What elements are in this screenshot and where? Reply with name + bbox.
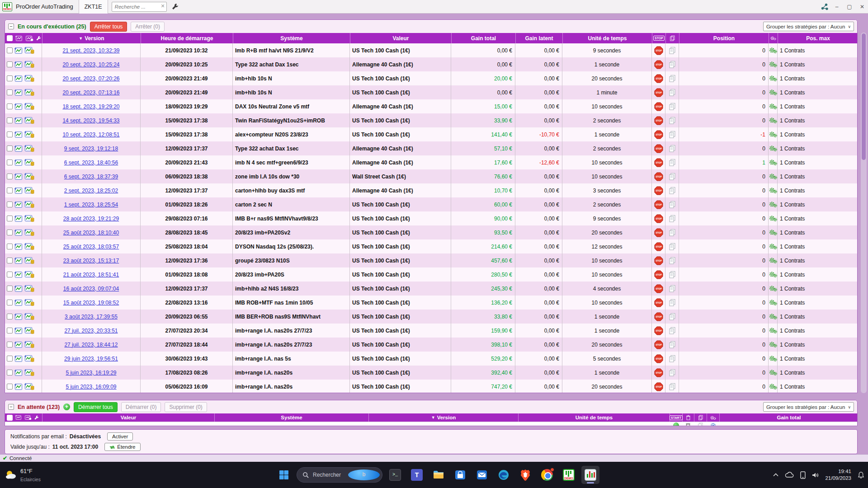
cell-version[interactable]: 20 sept. 2023, 07:13:16 [42,85,141,99]
edit-chart-money-icon[interactable] [24,243,34,250]
open-chart-icon[interactable] [14,271,23,278]
gears-icon[interactable] [769,327,777,334]
row-checkbox[interactable] [7,342,13,347]
row-checkbox[interactable] [7,258,13,263]
copy-pages-icon[interactable] [669,173,676,180]
copy-pages-icon[interactable] [669,243,676,250]
stop-button[interactable]: STOP [654,60,663,69]
stop-button[interactable]: STOP [654,158,663,167]
row-checkbox[interactable] [7,61,13,67]
taskbar-app-brave[interactable] [516,466,534,484]
col-time-unit[interactable]: Unité de temps [518,413,670,422]
edit-chart-money-icon[interactable] [24,355,34,362]
col-start-time[interactable]: Heure de démarrage [141,33,233,43]
weather-widget[interactable]: 61°FEclaircies [5,467,41,483]
stop-button[interactable]: STOP [654,200,663,209]
cell-version[interactable]: 2 sept. 2023, 18:25:02 [42,183,141,197]
cell-version[interactable]: 21 août 2023, 18:51:41 [42,267,141,282]
taskbar-app-proorder-active[interactable] [581,466,599,484]
edit-chart-money-icon[interactable] [24,327,34,334]
edit-chart-money-icon[interactable] [24,299,34,306]
copy-pages-icon[interactable] [669,327,676,334]
row-checkbox[interactable] [7,300,13,305]
cell-version[interactable]: 1 sept. 2023, 18:25:54 [42,197,141,211]
stop-button[interactable]: STOP [654,242,663,251]
close-button[interactable]: ✕ [858,4,866,10]
col-value[interactable]: Valeur [42,413,214,422]
gears-icon[interactable] [769,243,777,250]
taskbar-app-prorealtime-demo[interactable]: DEMO [560,466,578,484]
cell-version[interactable]: 29 juin 2023, 19:56:51 [42,352,141,366]
col-time-unit[interactable]: Unité de temps [562,33,652,43]
stop-button[interactable]: STOP [654,116,663,125]
col-system[interactable]: Système [233,33,350,43]
open-chart-icon[interactable] [14,187,23,194]
edit-chart-money-icon[interactable] [24,369,34,376]
cell-version[interactable]: 3 août 2023, 17:39:55 [42,310,141,324]
cell-version[interactable]: 18 sept. 2023, 19:29:20 [42,99,141,113]
gears-icon[interactable] [769,47,777,54]
stop-all-button[interactable]: Arrêter tous [90,22,127,32]
extend-button[interactable]: Étendre [104,443,140,451]
copy-pages-icon[interactable] [669,145,676,152]
gears-icon[interactable] [769,103,777,110]
open-chart-icon[interactable] [14,201,23,208]
gears-icon[interactable] [769,173,777,180]
gears-icon[interactable] [769,383,777,390]
cell-version[interactable]: 27 juil. 2023, 18:44:12 [42,338,141,352]
open-chart-icon[interactable] [14,75,23,82]
stop-button[interactable]: STOP [654,270,663,279]
open-chart-icon[interactable] [14,229,23,236]
cell-version[interactable]: 5 juin 2023, 16:09:09 [42,380,141,393]
stop-button[interactable]: STOP [654,284,663,293]
copy-pages-icon[interactable] [669,285,676,292]
col-gain-total[interactable]: Gain total [451,33,515,43]
add-strategy-icon[interactable]: + [63,404,70,410]
row-checkbox[interactable] [7,314,13,319]
cell-version[interactable]: 23 août 2023, 15:13:17 [42,253,141,267]
open-chart-icon[interactable] [14,299,23,306]
copy-pages-icon[interactable] [669,47,676,54]
edit-chart-money-icon[interactable] [24,285,34,292]
taskbar-app-edge[interactable] [495,466,513,484]
edit-chart-money-icon[interactable] [24,187,34,194]
stop-button[interactable]: STOP [654,144,663,153]
row-checkbox[interactable] [7,174,13,179]
tools-wrench-icon[interactable] [36,36,41,41]
tray-chevron-up-icon[interactable] [773,473,778,477]
gears-icon[interactable] [769,369,777,376]
taskbar-clock[interactable]: 19:4121/09/2023 [825,468,851,482]
taskbar-app-chrome[interactable] [538,466,556,484]
stop-button[interactable]: STOP [654,102,663,111]
cell-version[interactable]: 10 sept. 2023, 12:08:51 [42,127,141,141]
col-position[interactable]: Position [679,33,769,43]
open-chart-icon[interactable] [14,117,23,124]
copy-pages-icon[interactable] [669,271,676,278]
collapse-running-icon[interactable]: − [8,23,14,29]
open-chart-icon[interactable] [14,47,23,54]
taskbar-app-mail[interactable] [473,466,491,484]
row-checkbox[interactable] [7,272,13,277]
stop-button[interactable]: STOP [654,354,663,363]
start-selected-button[interactable]: Démarrer (0) [121,402,161,412]
maximize-button[interactable]: ▢ [845,4,854,10]
notifications-bell-icon[interactable] [858,471,864,479]
group-by-select-waiting[interactable]: Grouper les stratégies par : Aucun∨ [763,402,854,412]
open-chart-icon[interactable] [14,61,23,68]
add-chart-icon[interactable] [15,415,22,420]
open-chart-icon[interactable] [14,173,23,180]
copy-pages-icon[interactable] [669,61,676,68]
col-gain-latent[interactable]: Gain latent [515,33,562,43]
stop-button[interactable]: STOP [654,368,663,377]
add-chart-icon[interactable] [15,35,23,42]
stop-button[interactable]: STOP [654,186,663,195]
edit-chart-money-icon[interactable] [24,201,34,208]
select-all-checkbox[interactable] [7,415,13,421]
cell-version[interactable]: 25 août 2023, 18:10:40 [42,225,141,239]
cell-version[interactable]: 20 sept. 2023, 10:25:24 [42,57,141,71]
copy-pages-icon[interactable] [669,215,676,222]
gears-icon[interactable] [769,61,777,68]
row-checkbox[interactable] [7,75,13,81]
edit-chart-money-icon[interactable] [24,145,34,152]
start-all-button[interactable]: Démarrer tous [74,402,118,412]
